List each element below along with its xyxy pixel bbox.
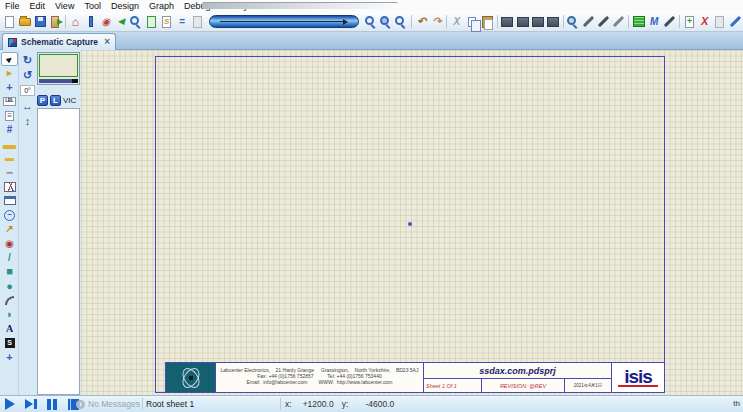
wire-label-mode-icon[interactable]: LBL: [1, 95, 18, 109]
2d-marker-icon[interactable]: +: [1, 350, 18, 364]
y-label: y:: [342, 399, 349, 409]
buses-mode-icon[interactable]: #: [1, 123, 18, 137]
generator-mode-icon[interactable]: ~: [1, 208, 18, 222]
pick-devices-button[interactable]: P: [37, 95, 48, 106]
main-area: ► ► + LBL ≡ # ▬ ▬ ━ ~ ↗ ◉ / ■ ● ◗ A S + …: [0, 50, 743, 395]
menu-design[interactable]: Design: [106, 0, 144, 12]
device-list-item[interactable]: VIC: [63, 96, 76, 105]
new-sheet-icon[interactable]: +: [682, 14, 697, 30]
save-project-icon[interactable]: [32, 14, 47, 30]
netlist-transfer-icon[interactable]: ◀: [113, 14, 128, 30]
hammer-tool-icon[interactable]: [611, 14, 626, 30]
open-project-icon[interactable]: [17, 14, 32, 30]
rotation-angle-field[interactable]: 0°: [20, 85, 35, 96]
step-button[interactable]: [24, 398, 38, 410]
2d-symbol-icon[interactable]: S: [1, 336, 18, 350]
zoom-out-icon[interactable]: [379, 14, 394, 30]
remove-sheet-icon[interactable]: X: [697, 14, 712, 30]
address-block: Labcenter Electronics, 21 Hardy Grange G…: [216, 363, 424, 392]
find-component-icon[interactable]: [566, 14, 581, 30]
block-delete-icon[interactable]: [545, 14, 560, 30]
undo-icon[interactable]: ↶: [414, 14, 429, 30]
device-list[interactable]: [37, 108, 80, 395]
title-block: Labcenter Electronics, 21 Hardy Grange G…: [165, 362, 664, 392]
2d-circle-icon[interactable]: ●: [1, 279, 18, 293]
rotate-clockwise-icon[interactable]: ↻: [20, 53, 35, 68]
simulation-graph-icon[interactable]: [631, 14, 646, 30]
block-copy-icon[interactable]: [500, 14, 515, 30]
mirror-vertical-icon[interactable]: ↕: [20, 113, 35, 128]
pcb-layout-icon[interactable]: ◉: [98, 14, 113, 30]
component-mode-icon[interactable]: ►: [1, 66, 18, 80]
status-divider: [142, 398, 143, 410]
message-area[interactable]: i No Messages: [76, 397, 140, 411]
schematic-canvas[interactable]: Labcenter Electronics, 21 Hardy Grange G…: [81, 50, 743, 395]
menu-view[interactable]: View: [50, 0, 79, 12]
2d-box-icon[interactable]: ■: [1, 265, 18, 279]
library-manager-button[interactable]: L: [50, 95, 61, 106]
info-icon: i: [76, 400, 85, 409]
selection-mode-icon[interactable]: ►: [1, 52, 18, 66]
cursor-coordinates: x: +1200.0 y: -4600.0: [285, 399, 394, 409]
toolbar-separator: [563, 15, 564, 28]
voltage-probe-mode-icon[interactable]: ↗: [1, 222, 18, 236]
gerber-viewer-icon[interactable]: =: [174, 14, 189, 30]
junction-dot-mode-icon[interactable]: +: [1, 80, 18, 94]
menu-tool[interactable]: Tool: [79, 0, 106, 12]
mirror-horizontal-icon[interactable]: ↔: [20, 98, 35, 113]
zoom-area-icon[interactable]: [394, 14, 409, 30]
design-explorer-icon[interactable]: [129, 14, 144, 30]
2d-arc-icon[interactable]: [1, 293, 18, 307]
2d-text-icon[interactable]: A: [1, 322, 18, 336]
zoom-slider-capsule[interactable]: [209, 15, 360, 28]
2d-path-icon[interactable]: ◗: [1, 307, 18, 321]
terminals-mode-icon[interactable]: ▬: [1, 151, 18, 165]
redo-icon[interactable]: ↷: [429, 14, 444, 30]
goto-sheet-icon[interactable]: [712, 14, 727, 30]
pause-button[interactable]: [45, 398, 59, 410]
tab-schematic-capture[interactable]: Schematic Capture ×: [2, 33, 116, 50]
paste-icon[interactable]: [480, 14, 495, 30]
block-move-icon[interactable]: [515, 14, 530, 30]
schematic-capture-icon[interactable]: [83, 14, 98, 30]
selector-header: P L VIC: [37, 95, 81, 106]
zoom-in-icon[interactable]: [363, 14, 378, 30]
pencil-tool-icon[interactable]: [596, 14, 611, 30]
sheet-number: Sheet 1 Of 1: [424, 379, 482, 392]
tab-close-icon[interactable]: ×: [104, 37, 110, 47]
menu-graph[interactable]: Graph: [144, 0, 179, 12]
play-button[interactable]: [3, 398, 17, 410]
bom-icon[interactable]: M: [647, 14, 662, 30]
main-toolbar: ⌂ ◉ ◀ S = ↶ ↷ X M + X: [0, 12, 743, 32]
3d-visualizer-icon[interactable]: [144, 14, 159, 30]
property-tool-icon[interactable]: [581, 14, 596, 30]
copy-icon[interactable]: [464, 14, 479, 30]
date-label: 2021年4月1日: [565, 379, 611, 392]
close-project-icon[interactable]: [48, 14, 63, 30]
schematic-overview-preview[interactable]: [37, 52, 80, 85]
active-popup-mode-icon[interactable]: [1, 194, 18, 208]
text-script-mode-icon[interactable]: ≡: [1, 109, 18, 123]
y-value: -4600.0: [348, 399, 394, 409]
block-rotate-icon[interactable]: [530, 14, 545, 30]
new-document-icon[interactable]: [2, 14, 17, 30]
2d-line-icon[interactable]: /: [1, 251, 18, 265]
subcircuit-mode-icon[interactable]: ▬: [1, 137, 18, 151]
edit-properties-icon[interactable]: [728, 14, 743, 30]
device-pins-mode-icon[interactable]: ━: [1, 166, 18, 180]
rotate-anticlockwise-icon[interactable]: ↺: [20, 68, 35, 83]
cut-icon[interactable]: X: [449, 14, 464, 30]
menu-bar: File Edit View Tool Design Graph Debug L…: [0, 0, 743, 12]
schematic-capture-tab-icon: [8, 38, 17, 47]
current-sheet-label: Root sheet 1: [146, 399, 194, 409]
project-notes-icon[interactable]: [190, 14, 205, 30]
graph-mode-icon[interactable]: [1, 180, 18, 194]
source-code-icon[interactable]: S: [159, 14, 174, 30]
status-bar: i No Messages Root sheet 1 x: +1200.0 y:…: [0, 395, 743, 412]
current-probe-mode-icon[interactable]: ◉: [1, 236, 18, 250]
electrical-tools-icon[interactable]: [662, 14, 677, 30]
menu-edit[interactable]: Edit: [25, 0, 51, 12]
menu-file[interactable]: File: [0, 0, 25, 12]
home-page-icon[interactable]: ⌂: [68, 14, 83, 30]
toolbar-grip[interactable]: [202, 2, 398, 9]
